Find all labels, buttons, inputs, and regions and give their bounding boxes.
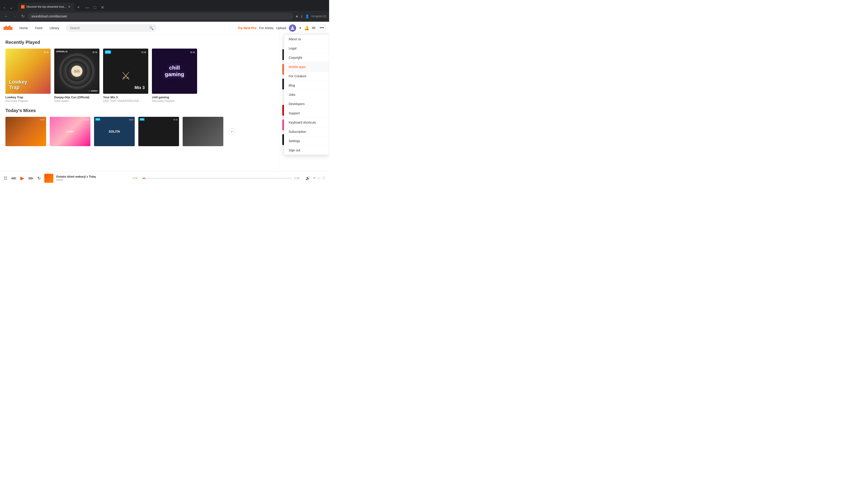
- bookmark-icon[interactable]: ★: [295, 14, 298, 19]
- dropdown-legal[interactable]: Legal: [284, 44, 329, 53]
- todays-mixes-title: Today's Mixes: [5, 108, 274, 113]
- refresh-btn[interactable]: ↻: [20, 13, 26, 20]
- mix-card-2-image: ≋≋ Lover: [50, 117, 90, 146]
- address-input[interactable]: [28, 13, 293, 20]
- forward-btn[interactable]: →: [11, 13, 18, 20]
- mix-card-5[interactable]: [183, 117, 223, 146]
- nav-library[interactable]: Library: [46, 25, 62, 31]
- player-thumb-bg: [44, 174, 53, 183]
- nav-home[interactable]: Home: [16, 25, 31, 31]
- progress-bar[interactable]: [143, 178, 292, 179]
- sc-logo-icon: [4, 25, 13, 31]
- upload-btn[interactable]: Upload: [276, 26, 286, 30]
- card-lowkey-text: LowkeyTrap: [9, 79, 27, 90]
- notification-bell-icon[interactable]: 🔔: [304, 26, 309, 31]
- maximize-btn[interactable]: □: [92, 4, 98, 11]
- sc-mix-icon-4: ≋≋: [173, 118, 178, 121]
- tab-list-btn[interactable]: ⌄: [8, 4, 15, 11]
- dropdown-mobile-apps[interactable]: Mobile apps: [284, 62, 329, 72]
- dropdown-settings[interactable]: Settings: [284, 136, 329, 146]
- card-mix3-image: ≋≋ LTU ⚔ Mix 3: [103, 48, 148, 94]
- main-nav: Home Feed Library: [16, 25, 62, 31]
- dropdown-menu: About us Legal Copyright Mobile apps For…: [284, 34, 329, 155]
- svg-rect-1: [5, 26, 6, 30]
- mix-card-3[interactable]: ≋≋ LTU SOLITA: [94, 117, 135, 146]
- mail-icon[interactable]: ✉: [312, 26, 315, 31]
- for-artists-btn[interactable]: For Artists: [259, 26, 274, 30]
- mix-card-4[interactable]: ≋≋ LTU: [138, 117, 179, 146]
- dropdown-blog[interactable]: Blog: [284, 81, 329, 90]
- mix-card-3-image: ≋≋ LTU SOLITA: [94, 117, 135, 146]
- repost-btn[interactable]: ↻: [318, 176, 320, 180]
- player-track-title: Ostatni dzień wakacji z Tobą: [56, 175, 129, 178]
- play-btn[interactable]: ▶: [20, 175, 24, 181]
- svg-rect-4: [8, 26, 9, 30]
- minimize-btn[interactable]: —: [84, 4, 91, 11]
- nav-feed[interactable]: Feed: [32, 25, 45, 31]
- svg-rect-2: [6, 26, 7, 30]
- sc-waveform-icon-3: ≋≋: [141, 51, 147, 54]
- dropdown-keyboard-shortcuts[interactable]: Keyboard shortcuts: [284, 118, 329, 127]
- try-next-pro-btn[interactable]: Try Next Pro: [238, 26, 256, 30]
- dropdown-about-us[interactable]: About us: [284, 35, 329, 44]
- card-chill-gaming-sub: Discovery Playlists: [152, 99, 197, 103]
- shuffle-btn[interactable]: ☷: [4, 176, 7, 181]
- dropdown-subscription[interactable]: Subscription: [284, 127, 329, 136]
- svg-point-8: [291, 26, 293, 28]
- player-current-time: 0:00: [133, 177, 141, 180]
- player-progress: 0:00 2:39: [133, 177, 302, 180]
- dropdown-for-creators[interactable]: For Creators: [284, 72, 329, 81]
- progress-fill: [143, 178, 145, 179]
- mix-card-1[interactable]: ≋≋: [5, 117, 46, 146]
- dropdown-developers[interactable]: Developers: [284, 99, 329, 109]
- card-mix3-track-title: Your Mix 3: [103, 96, 148, 99]
- close-btn[interactable]: ✕: [99, 4, 106, 11]
- prev-btn[interactable]: ⋘: [11, 176, 17, 181]
- player-controls: ☷ ⋘ ▶ ⋙ ↻: [4, 175, 41, 181]
- dropdown-support[interactable]: Support: [284, 109, 329, 118]
- vinyl-label: DJ LEXGIJSCOX: [71, 66, 83, 77]
- tab-close-btn[interactable]: ✕: [68, 5, 71, 8]
- tab-back-btn[interactable]: ‹: [2, 4, 7, 11]
- more-options-btn[interactable]: •••: [318, 25, 326, 31]
- card-lowkey-trap-image: ≋≋ LowkeyTrap: [5, 48, 51, 94]
- active-tab[interactable]: SC Discover the top streamed mus... ✕: [18, 3, 74, 11]
- volume-icon[interactable]: 🔊: [306, 176, 310, 180]
- mix-card-2[interactable]: ≋≋ Lover: [50, 117, 90, 146]
- player-track-info: Ostatni dzień wakacji z Tobą mikoll: [44, 174, 129, 183]
- card-chill-gaming[interactable]: ≋≋ chillgaming chill gaming Discovery Pl…: [152, 48, 197, 103]
- scroll-right-btn[interactable]: ›: [227, 117, 237, 146]
- sc-mix-icon-2: ≋≋: [85, 118, 89, 121]
- card-mix3[interactable]: ≋≋ LTU ⚔ Mix 3 Your Mix 3 LIKE THAT UNDE…: [103, 48, 148, 103]
- mix-card-5-image: [183, 117, 223, 146]
- avatar-chevron-icon[interactable]: ▼: [299, 26, 302, 30]
- app-header: Home Feed Library 🔍 Try Next Pro For Art…: [0, 22, 329, 34]
- dropdown-copyright[interactable]: Copyright: [284, 53, 329, 62]
- soundcloud-logo[interactable]: [4, 25, 13, 31]
- card-chill-gaming-image: ≋≋ chillgaming: [152, 48, 197, 94]
- back-btn[interactable]: ←: [3, 13, 9, 20]
- like-track-btn[interactable]: ❤: [313, 176, 316, 180]
- search-icon: 🔍: [149, 26, 154, 30]
- mix-card-1-image: ≋≋: [5, 117, 46, 146]
- mix-card-4-image: ≋≋ LTU: [138, 117, 179, 146]
- card-lowkey-trap[interactable]: ≋≋ LowkeyTrap Lowkey Trap Discovery Play…: [5, 48, 51, 103]
- card-deejay[interactable]: ≋≋ DJ LEXGIJSCOX — station 2PREMILLE Dee…: [54, 48, 99, 103]
- next-btn[interactable]: ⋙: [28, 176, 34, 181]
- download-icon[interactable]: ⇓: [300, 14, 303, 19]
- dropdown-jobs[interactable]: Jobs: [284, 90, 329, 99]
- vinyl-record: DJ LEXGIJSCOX: [59, 53, 95, 89]
- profile-icon[interactable]: 👤: [305, 14, 309, 19]
- queue-btn[interactable]: ☰: [322, 176, 326, 180]
- player-right-controls: 🔊 ❤ ↻ ☰: [306, 176, 326, 180]
- search-input[interactable]: [66, 24, 156, 32]
- new-tab-btn[interactable]: +: [75, 4, 82, 11]
- repeat-btn[interactable]: ↻: [37, 176, 41, 181]
- svg-rect-3: [7, 27, 8, 30]
- player-artist-name: mikoll: [56, 178, 129, 182]
- card-chill-gaming-title: chill gaming: [152, 96, 197, 99]
- sc-waveform-icon: ≋≋: [43, 51, 49, 54]
- dropdown-sign-out[interactable]: Sign out: [284, 146, 329, 155]
- sc-waveform-icon-4: ≋≋: [190, 51, 195, 54]
- user-avatar[interactable]: [289, 24, 296, 32]
